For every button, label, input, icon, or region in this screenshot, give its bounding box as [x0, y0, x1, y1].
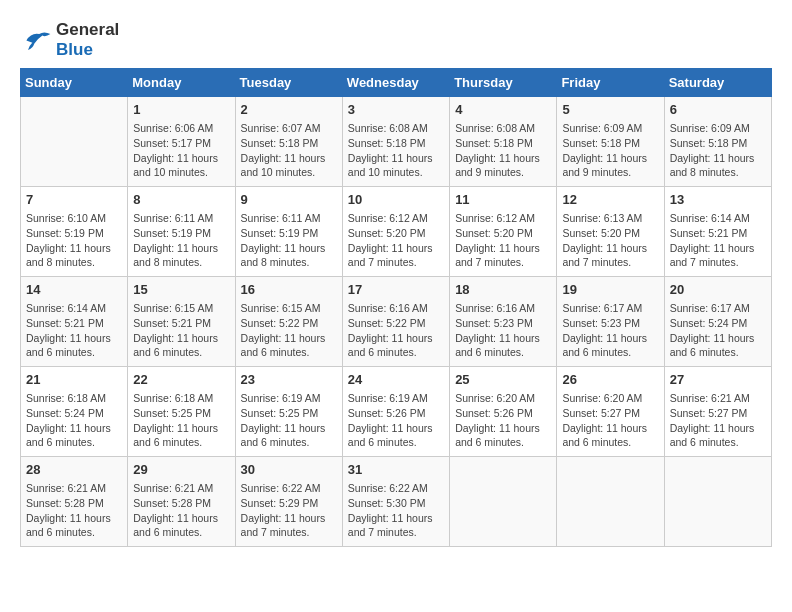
- day-info: Sunrise: 6:15 AM Sunset: 5:22 PM Dayligh…: [241, 301, 337, 360]
- day-number: 7: [26, 191, 122, 209]
- day-info: Sunrise: 6:15 AM Sunset: 5:21 PM Dayligh…: [133, 301, 229, 360]
- day-number: 6: [670, 101, 766, 119]
- day-number: 20: [670, 281, 766, 299]
- day-cell: 30Sunrise: 6:22 AM Sunset: 5:29 PM Dayli…: [235, 457, 342, 547]
- day-number: 17: [348, 281, 444, 299]
- day-info: Sunrise: 6:20 AM Sunset: 5:27 PM Dayligh…: [562, 391, 658, 450]
- day-cell: 5Sunrise: 6:09 AM Sunset: 5:18 PM Daylig…: [557, 97, 664, 187]
- header-cell-thursday: Thursday: [450, 69, 557, 97]
- day-cell: 23Sunrise: 6:19 AM Sunset: 5:25 PM Dayli…: [235, 367, 342, 457]
- day-cell: 18Sunrise: 6:16 AM Sunset: 5:23 PM Dayli…: [450, 277, 557, 367]
- day-info: Sunrise: 6:14 AM Sunset: 5:21 PM Dayligh…: [26, 301, 122, 360]
- day-cell: 10Sunrise: 6:12 AM Sunset: 5:20 PM Dayli…: [342, 187, 449, 277]
- header-cell-friday: Friday: [557, 69, 664, 97]
- day-cell: 15Sunrise: 6:15 AM Sunset: 5:21 PM Dayli…: [128, 277, 235, 367]
- day-number: 3: [348, 101, 444, 119]
- day-number: 15: [133, 281, 229, 299]
- day-number: 25: [455, 371, 551, 389]
- day-cell: 8Sunrise: 6:11 AM Sunset: 5:19 PM Daylig…: [128, 187, 235, 277]
- day-cell: 29Sunrise: 6:21 AM Sunset: 5:28 PM Dayli…: [128, 457, 235, 547]
- day-cell: 20Sunrise: 6:17 AM Sunset: 5:24 PM Dayli…: [664, 277, 771, 367]
- day-info: Sunrise: 6:17 AM Sunset: 5:24 PM Dayligh…: [670, 301, 766, 360]
- day-cell: 24Sunrise: 6:19 AM Sunset: 5:26 PM Dayli…: [342, 367, 449, 457]
- week-row-3: 21Sunrise: 6:18 AM Sunset: 5:24 PM Dayli…: [21, 367, 772, 457]
- day-number: 24: [348, 371, 444, 389]
- day-cell: 22Sunrise: 6:18 AM Sunset: 5:25 PM Dayli…: [128, 367, 235, 457]
- day-cell: 12Sunrise: 6:13 AM Sunset: 5:20 PM Dayli…: [557, 187, 664, 277]
- week-row-2: 14Sunrise: 6:14 AM Sunset: 5:21 PM Dayli…: [21, 277, 772, 367]
- day-info: Sunrise: 6:21 AM Sunset: 5:27 PM Dayligh…: [670, 391, 766, 450]
- day-info: Sunrise: 6:08 AM Sunset: 5:18 PM Dayligh…: [348, 121, 444, 180]
- day-cell: 9Sunrise: 6:11 AM Sunset: 5:19 PM Daylig…: [235, 187, 342, 277]
- day-cell: [557, 457, 664, 547]
- day-number: 30: [241, 461, 337, 479]
- day-info: Sunrise: 6:14 AM Sunset: 5:21 PM Dayligh…: [670, 211, 766, 270]
- day-number: 2: [241, 101, 337, 119]
- day-info: Sunrise: 6:12 AM Sunset: 5:20 PM Dayligh…: [455, 211, 551, 270]
- day-cell: 28Sunrise: 6:21 AM Sunset: 5:28 PM Dayli…: [21, 457, 128, 547]
- day-info: Sunrise: 6:19 AM Sunset: 5:26 PM Dayligh…: [348, 391, 444, 450]
- day-number: 4: [455, 101, 551, 119]
- day-cell: 25Sunrise: 6:20 AM Sunset: 5:26 PM Dayli…: [450, 367, 557, 457]
- day-info: Sunrise: 6:16 AM Sunset: 5:23 PM Dayligh…: [455, 301, 551, 360]
- day-number: 28: [26, 461, 122, 479]
- day-info: Sunrise: 6:19 AM Sunset: 5:25 PM Dayligh…: [241, 391, 337, 450]
- day-info: Sunrise: 6:09 AM Sunset: 5:18 PM Dayligh…: [670, 121, 766, 180]
- day-info: Sunrise: 6:11 AM Sunset: 5:19 PM Dayligh…: [133, 211, 229, 270]
- header-cell-tuesday: Tuesday: [235, 69, 342, 97]
- day-info: Sunrise: 6:11 AM Sunset: 5:19 PM Dayligh…: [241, 211, 337, 270]
- day-cell: 6Sunrise: 6:09 AM Sunset: 5:18 PM Daylig…: [664, 97, 771, 187]
- day-info: Sunrise: 6:22 AM Sunset: 5:30 PM Dayligh…: [348, 481, 444, 540]
- day-cell: 13Sunrise: 6:14 AM Sunset: 5:21 PM Dayli…: [664, 187, 771, 277]
- week-row-0: 1Sunrise: 6:06 AM Sunset: 5:17 PM Daylig…: [21, 97, 772, 187]
- day-number: 18: [455, 281, 551, 299]
- day-info: Sunrise: 6:17 AM Sunset: 5:23 PM Dayligh…: [562, 301, 658, 360]
- day-number: 21: [26, 371, 122, 389]
- day-number: 19: [562, 281, 658, 299]
- day-number: 1: [133, 101, 229, 119]
- logo: General Blue: [20, 20, 119, 60]
- day-cell: 17Sunrise: 6:16 AM Sunset: 5:22 PM Dayli…: [342, 277, 449, 367]
- day-number: 10: [348, 191, 444, 209]
- day-info: Sunrise: 6:06 AM Sunset: 5:17 PM Dayligh…: [133, 121, 229, 180]
- day-number: 16: [241, 281, 337, 299]
- day-cell: 11Sunrise: 6:12 AM Sunset: 5:20 PM Dayli…: [450, 187, 557, 277]
- day-number: 14: [26, 281, 122, 299]
- day-info: Sunrise: 6:07 AM Sunset: 5:18 PM Dayligh…: [241, 121, 337, 180]
- page-header: General Blue: [20, 20, 772, 60]
- logo-text: General Blue: [56, 20, 119, 60]
- header-cell-monday: Monday: [128, 69, 235, 97]
- day-info: Sunrise: 6:18 AM Sunset: 5:24 PM Dayligh…: [26, 391, 122, 450]
- logo-icon: [20, 26, 52, 54]
- day-number: 8: [133, 191, 229, 209]
- week-row-1: 7Sunrise: 6:10 AM Sunset: 5:19 PM Daylig…: [21, 187, 772, 277]
- day-number: 13: [670, 191, 766, 209]
- day-cell: 31Sunrise: 6:22 AM Sunset: 5:30 PM Dayli…: [342, 457, 449, 547]
- day-cell: 2Sunrise: 6:07 AM Sunset: 5:18 PM Daylig…: [235, 97, 342, 187]
- week-row-4: 28Sunrise: 6:21 AM Sunset: 5:28 PM Dayli…: [21, 457, 772, 547]
- day-number: 9: [241, 191, 337, 209]
- calendar-table: SundayMondayTuesdayWednesdayThursdayFrid…: [20, 68, 772, 547]
- day-number: 29: [133, 461, 229, 479]
- header-row: SundayMondayTuesdayWednesdayThursdayFrid…: [21, 69, 772, 97]
- day-number: 26: [562, 371, 658, 389]
- day-cell: [450, 457, 557, 547]
- day-info: Sunrise: 6:20 AM Sunset: 5:26 PM Dayligh…: [455, 391, 551, 450]
- day-cell: 3Sunrise: 6:08 AM Sunset: 5:18 PM Daylig…: [342, 97, 449, 187]
- day-number: 23: [241, 371, 337, 389]
- day-cell: [21, 97, 128, 187]
- day-info: Sunrise: 6:09 AM Sunset: 5:18 PM Dayligh…: [562, 121, 658, 180]
- day-cell: 4Sunrise: 6:08 AM Sunset: 5:18 PM Daylig…: [450, 97, 557, 187]
- day-cell: 1Sunrise: 6:06 AM Sunset: 5:17 PM Daylig…: [128, 97, 235, 187]
- day-info: Sunrise: 6:18 AM Sunset: 5:25 PM Dayligh…: [133, 391, 229, 450]
- day-info: Sunrise: 6:21 AM Sunset: 5:28 PM Dayligh…: [133, 481, 229, 540]
- day-info: Sunrise: 6:13 AM Sunset: 5:20 PM Dayligh…: [562, 211, 658, 270]
- day-number: 22: [133, 371, 229, 389]
- day-cell: 27Sunrise: 6:21 AM Sunset: 5:27 PM Dayli…: [664, 367, 771, 457]
- day-info: Sunrise: 6:16 AM Sunset: 5:22 PM Dayligh…: [348, 301, 444, 360]
- day-info: Sunrise: 6:12 AM Sunset: 5:20 PM Dayligh…: [348, 211, 444, 270]
- day-number: 27: [670, 371, 766, 389]
- header-cell-sunday: Sunday: [21, 69, 128, 97]
- day-info: Sunrise: 6:22 AM Sunset: 5:29 PM Dayligh…: [241, 481, 337, 540]
- day-number: 12: [562, 191, 658, 209]
